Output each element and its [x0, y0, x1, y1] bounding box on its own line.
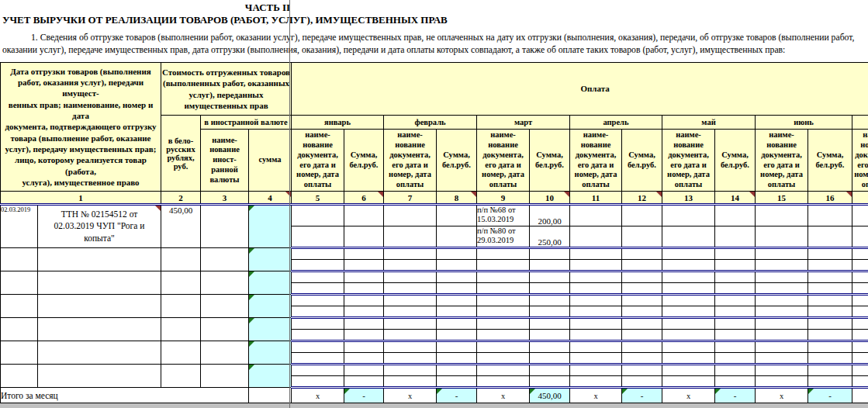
- feb-sum-cell[interactable]: [437, 205, 477, 226]
- cell-empty[interactable]: [344, 306, 384, 318]
- cell-empty[interactable]: [384, 306, 437, 318]
- cell-empty[interactable]: [756, 306, 808, 318]
- shipment-doc-cell[interactable]: [38, 248, 161, 271]
- cell-empty[interactable]: [437, 306, 477, 318]
- amount-byn-cell[interactable]: [161, 248, 201, 271]
- cell-empty[interactable]: [756, 248, 808, 260]
- shipment-date-cell[interactable]: [1, 318, 38, 341]
- cell-empty[interactable]: [570, 260, 622, 271]
- currency-name-cell[interactable]: [201, 271, 249, 295]
- shipment-doc-cell[interactable]: [38, 365, 161, 388]
- may-doc-cell[interactable]: [662, 226, 715, 248]
- currency-name-cell[interactable]: [201, 365, 249, 388]
- cell-empty[interactable]: [852, 283, 868, 295]
- feb-sum-cell[interactable]: [437, 226, 477, 248]
- amount-byn-cell[interactable]: [161, 295, 201, 318]
- mar-doc-cell[interactable]: п/п №68 от 15.03.2019: [477, 205, 530, 226]
- cell-empty[interactable]: [530, 376, 570, 388]
- cell-empty[interactable]: [437, 318, 477, 330]
- cell-empty[interactable]: [622, 283, 662, 295]
- currency-name-cell[interactable]: [201, 341, 249, 365]
- shipment-doc-cell[interactable]: [38, 271, 161, 295]
- currency-sum-cell[interactable]: [249, 365, 292, 388]
- cell-empty[interactable]: [852, 248, 868, 260]
- shipment-doc-cell[interactable]: [38, 295, 161, 318]
- cell-empty[interactable]: [622, 248, 662, 260]
- cell-empty[interactable]: [530, 353, 570, 365]
- cell-empty[interactable]: [852, 330, 868, 341]
- cell-empty[interactable]: [344, 295, 384, 306]
- cell-empty[interactable]: [530, 365, 570, 376]
- cell-empty[interactable]: [384, 295, 437, 306]
- cell-empty[interactable]: [344, 271, 384, 283]
- cell-empty[interactable]: [530, 318, 570, 330]
- cell-empty[interactable]: [715, 376, 756, 388]
- cell-empty[interactable]: [437, 271, 477, 283]
- cell-empty[interactable]: [808, 353, 852, 365]
- cell-empty[interactable]: [715, 306, 756, 318]
- cell-empty[interactable]: [292, 365, 344, 376]
- cell-empty[interactable]: [852, 318, 868, 330]
- freeze-pane-divider[interactable]: [289, 0, 290, 408]
- cell-empty[interactable]: [662, 365, 715, 376]
- shipment-date-cell[interactable]: 02.03.2019: [1, 205, 38, 248]
- cell-empty[interactable]: [808, 271, 852, 283]
- cell-empty[interactable]: [530, 341, 570, 353]
- apr-sum-cell[interactable]: [622, 205, 662, 226]
- cell-empty[interactable]: [292, 271, 344, 283]
- cell-empty[interactable]: [662, 295, 715, 306]
- totals-mar-cell[interactable]: 450,00: [530, 388, 570, 403]
- cell-empty[interactable]: [344, 248, 384, 260]
- cell-empty[interactable]: [530, 271, 570, 283]
- cell-empty[interactable]: [344, 330, 384, 341]
- apr-sum-cell[interactable]: [622, 226, 662, 248]
- cell-empty[interactable]: [662, 376, 715, 388]
- currency-sum-cell[interactable]: [249, 341, 292, 365]
- cell-empty[interactable]: [662, 341, 715, 353]
- cell-empty[interactable]: [756, 283, 808, 295]
- totals-jun-cell[interactable]: -: [808, 388, 852, 403]
- amount-byn-cell[interactable]: [161, 271, 201, 295]
- cell-empty[interactable]: [852, 353, 868, 365]
- cell-empty[interactable]: [715, 365, 756, 376]
- cell-empty[interactable]: [756, 376, 808, 388]
- cell-empty[interactable]: [756, 353, 808, 365]
- cell-empty[interactable]: [530, 330, 570, 341]
- cell-empty[interactable]: [344, 353, 384, 365]
- cell-empty[interactable]: [808, 376, 852, 388]
- cell-empty[interactable]: [344, 376, 384, 388]
- cell-empty[interactable]: [852, 271, 868, 283]
- feb-doc-cell[interactable]: [384, 205, 437, 226]
- cell-empty[interactable]: [570, 376, 622, 388]
- totals-feb-cell[interactable]: -: [437, 388, 477, 403]
- shipment-date-cell[interactable]: [1, 248, 38, 271]
- cell-empty[interactable]: [715, 318, 756, 330]
- cell-empty[interactable]: [477, 306, 530, 318]
- shipment-date-cell[interactable]: [1, 365, 38, 388]
- cell-empty[interactable]: [384, 283, 437, 295]
- currency-sum-cell[interactable]: [249, 205, 292, 248]
- totals-currency-sum-cell[interactable]: [249, 388, 292, 403]
- totals-x-cell[interactable]: х: [477, 388, 530, 403]
- apr-doc-cell[interactable]: [570, 226, 622, 248]
- cell-empty[interactable]: [852, 376, 868, 388]
- cell-empty[interactable]: [622, 318, 662, 330]
- cell-empty[interactable]: [530, 260, 570, 271]
- cell-empty[interactable]: [756, 318, 808, 330]
- cell-empty[interactable]: [292, 318, 344, 330]
- partial-doc-cell[interactable]: [852, 226, 868, 248]
- cell-empty[interactable]: [570, 295, 622, 306]
- cell-empty[interactable]: [570, 330, 622, 341]
- cell-empty[interactable]: [477, 271, 530, 283]
- cell-empty[interactable]: [852, 295, 868, 306]
- cell-empty[interactable]: [477, 283, 530, 295]
- cell-empty[interactable]: [622, 260, 662, 271]
- cell-empty[interactable]: [662, 260, 715, 271]
- totals-x-cell[interactable]: х: [662, 388, 715, 403]
- jun-sum-cell[interactable]: [808, 226, 852, 248]
- cell-empty[interactable]: [570, 248, 622, 260]
- cell-empty[interactable]: [530, 248, 570, 260]
- cell-empty[interactable]: [808, 341, 852, 353]
- currency-sum-cell[interactable]: [249, 271, 292, 295]
- cell-empty[interactable]: [344, 260, 384, 271]
